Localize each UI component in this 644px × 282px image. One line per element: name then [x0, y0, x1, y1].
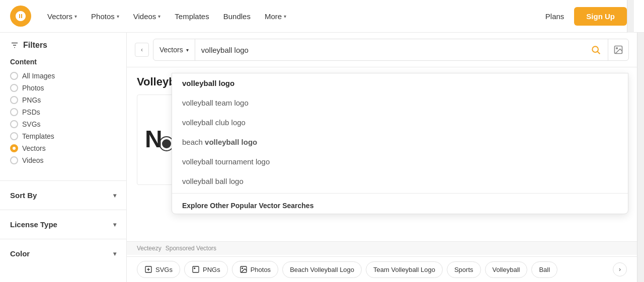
radio-svgs [10, 120, 18, 128]
filters-header: Filters [0, 41, 126, 58]
radio-videos [10, 156, 18, 164]
suggestion-volleyball-ball-logo[interactable]: volleyball ball logo [172, 171, 628, 191]
sponsored-bar: Vecteezy Sponsored Vectors [127, 241, 637, 255]
chip-volleyball[interactable]: Volleyball [485, 261, 528, 278]
image-search-button[interactable] [608, 39, 628, 60]
license-type-section[interactable]: License Type ▾ [0, 214, 126, 235]
search-area: ‹ Vectors ▾ [127, 33, 637, 67]
svg-point-9 [162, 139, 171, 148]
filter-psds[interactable]: PSDs [10, 108, 116, 116]
search-button[interactable] [584, 39, 608, 60]
chip-svgs[interactable]: SVGs [137, 261, 180, 278]
explore-section-title: Explore Other Popular Vector Searches [172, 196, 628, 214]
nav-videos[interactable]: Videos ▾ [127, 8, 167, 25]
nav-more[interactable]: More ▾ [259, 8, 292, 25]
svg-text:N: N [145, 126, 163, 152]
chevron-down-icon: ▾ [284, 14, 286, 19]
chevron-down-icon: ▾ [74, 14, 77, 19]
content-area: ‹ Vectors ▾ [127, 33, 637, 282]
plans-link[interactable]: Plans [545, 12, 565, 21]
chip-ball[interactable]: Ball [531, 261, 557, 278]
chip-team-volleyball-logo[interactable]: Team Volleyball Logo [366, 261, 443, 278]
radio-all-images [10, 72, 18, 80]
dropdown-divider [172, 193, 628, 194]
radio-photos [10, 84, 18, 92]
main-nav: Vectors ▾ Photos ▾ Videos ▾ Templates Bu… [41, 8, 545, 25]
collapse-sidebar-button[interactable]: ‹ [135, 43, 149, 57]
chip-beach-volleyball-logo[interactable]: Beach Volleyball Logo [282, 261, 362, 278]
nav-photos[interactable]: Photos ▾ [85, 8, 125, 25]
photo-icon [239, 265, 248, 273]
chips-bar: SVGs PNGs Photos Beach Volleyball Logo T… [127, 256, 637, 282]
filter-videos[interactable]: Videos [10, 156, 116, 164]
right-scrollbar[interactable] [637, 33, 644, 282]
chevron-down-icon: ▾ [117, 14, 119, 19]
chevron-down-icon: ▾ [186, 47, 189, 53]
sort-by-section[interactable]: Sort By ▾ [0, 185, 126, 206]
suggestion-volleyball-team-logo[interactable]: volleyball team logo [172, 93, 628, 113]
chevron-down-icon: ▾ [113, 192, 116, 199]
radio-psds [10, 108, 18, 116]
search-type-select[interactable]: Vectors ▾ [153, 39, 195, 60]
header-right: Plans Sign Up [545, 7, 627, 26]
main-layout: Filters Content All Images Photos PNGs P… [0, 33, 644, 282]
sidebar-divider-2 [0, 210, 126, 210]
filter-templates[interactable]: Templates [10, 132, 116, 140]
suggestion-volleyball-logo[interactable]: volleyball logo [172, 73, 628, 93]
suggestion-volleyball-club-logo[interactable]: volleyball club logo [172, 113, 628, 132]
chip-photos[interactable]: Photos [232, 261, 278, 278]
svg-point-3 [592, 46, 598, 52]
color-section[interactable]: Color ▾ [0, 243, 126, 264]
chip-sports[interactable]: Sports [447, 261, 481, 278]
chips-next-button[interactable]: › [613, 262, 627, 276]
sidebar: Filters Content All Images Photos PNGs P… [0, 33, 127, 282]
content-section: Content All Images Photos PNGs PSDs SVGs [0, 58, 126, 176]
svg-point-6 [616, 48, 618, 49]
scrollbar [627, 0, 634, 33]
filter-vectors[interactable]: Vectors [10, 144, 116, 152]
radio-vectors [10, 144, 18, 152]
logo-icon [15, 10, 27, 22]
suggestion-volleyball-tournament-logo[interactable]: volleyball tournament logo [172, 152, 628, 171]
nav-vectors[interactable]: Vectors ▾ [41, 8, 83, 25]
content-section-title: Content [10, 58, 116, 66]
filter-svgs[interactable]: SVGs [10, 120, 116, 128]
sidebar-divider-3 [0, 239, 126, 239]
svg-point-14 [242, 268, 243, 269]
suggestion-beach-volleyball-logo[interactable]: beach volleyball logo [172, 132, 628, 152]
chevron-down-icon: ▾ [113, 221, 116, 228]
search-dropdown: volleyball logo volleyball team logo vol… [172, 73, 628, 214]
nav-bundles[interactable]: Bundles [217, 8, 257, 25]
image-search-icon [613, 45, 623, 55]
svg-icon [144, 265, 152, 273]
filter-photos[interactable]: Photos [10, 84, 116, 92]
svg-point-12 [194, 268, 195, 269]
filter-pngs[interactable]: PNGs [10, 96, 116, 104]
chevron-down-icon: ▾ [113, 250, 116, 257]
filter-icon [10, 41, 19, 50]
svg-line-4 [598, 52, 600, 54]
radio-templates [10, 132, 18, 140]
search-icon [591, 45, 601, 55]
svg-rect-11 [193, 266, 199, 272]
search-input[interactable] [195, 39, 584, 60]
chevron-down-icon: ▾ [158, 14, 160, 19]
header: Vectors ▾ Photos ▾ Videos ▾ Templates Bu… [0, 0, 644, 33]
signup-button[interactable]: Sign Up [574, 7, 627, 26]
nav-templates[interactable]: Templates [169, 8, 215, 25]
chip-pngs[interactable]: PNGs [184, 261, 228, 278]
search-bar: Vectors ▾ volleyball log [153, 39, 629, 61]
sidebar-divider-1 [0, 180, 126, 181]
png-icon [192, 265, 200, 273]
logo[interactable] [10, 6, 31, 27]
radio-pngs [10, 96, 18, 104]
filter-all-images[interactable]: All Images [10, 72, 116, 80]
